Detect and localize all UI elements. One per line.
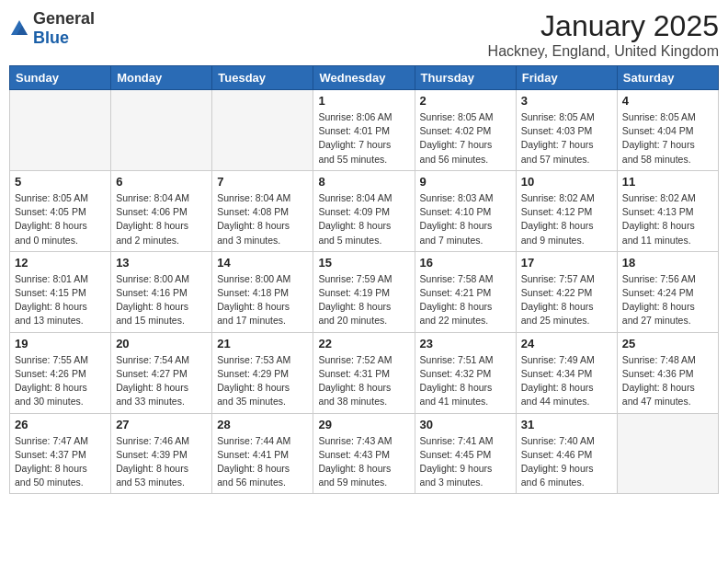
day-detail: Sunrise: 8:01 AM Sunset: 4:15 PM Dayligh…	[15, 272, 106, 328]
cal-cell-31: 31Sunrise: 7:40 AM Sunset: 4:46 PM Dayli…	[516, 413, 617, 494]
cal-cell-6: 6Sunrise: 8:04 AM Sunset: 4:06 PM Daylig…	[111, 170, 212, 251]
day-detail: Sunrise: 7:41 AM Sunset: 4:45 PM Dayligh…	[420, 434, 511, 490]
cal-cell-14: 14Sunrise: 8:00 AM Sunset: 4:18 PM Dayli…	[212, 251, 313, 332]
day-number: 18	[622, 256, 713, 270]
day-detail: Sunrise: 7:43 AM Sunset: 4:43 PM Dayligh…	[318, 434, 409, 490]
day-detail: Sunrise: 8:05 AM Sunset: 4:05 PM Dayligh…	[15, 191, 106, 247]
day-detail: Sunrise: 8:04 AM Sunset: 4:06 PM Dayligh…	[116, 191, 207, 247]
weekday-header-sunday: Sunday	[10, 66, 111, 90]
day-detail: Sunrise: 7:40 AM Sunset: 4:46 PM Dayligh…	[521, 434, 612, 490]
day-detail: Sunrise: 7:49 AM Sunset: 4:34 PM Dayligh…	[521, 353, 612, 409]
day-detail: Sunrise: 8:05 AM Sunset: 4:04 PM Dayligh…	[622, 110, 713, 167]
day-number: 23	[420, 337, 511, 350]
weekday-header-row: SundayMondayTuesdayWednesdayThursdayFrid…	[10, 66, 719, 90]
cal-cell-30: 30Sunrise: 7:41 AM Sunset: 4:45 PM Dayli…	[415, 413, 516, 494]
day-detail: Sunrise: 7:55 AM Sunset: 4:26 PM Dayligh…	[15, 353, 106, 409]
day-number: 9	[420, 175, 511, 189]
weekday-header-friday: Friday	[516, 66, 617, 90]
day-detail: Sunrise: 7:53 AM Sunset: 4:29 PM Dayligh…	[217, 353, 308, 409]
cal-cell-26: 26Sunrise: 7:47 AM Sunset: 4:37 PM Dayli…	[10, 413, 111, 494]
cal-cell-16: 16Sunrise: 7:58 AM Sunset: 4:21 PM Dayli…	[415, 251, 516, 332]
day-number: 20	[116, 337, 207, 350]
day-detail: Sunrise: 7:46 AM Sunset: 4:39 PM Dayligh…	[116, 434, 207, 490]
cal-cell-19: 19Sunrise: 7:55 AM Sunset: 4:26 PM Dayli…	[10, 332, 111, 413]
logo-blue: Blue	[33, 29, 69, 47]
cal-cell-empty-0-0	[10, 90, 111, 171]
day-number: 12	[15, 256, 106, 270]
day-detail: Sunrise: 8:02 AM Sunset: 4:12 PM Dayligh…	[521, 191, 612, 247]
day-number: 19	[15, 337, 106, 350]
day-detail: Sunrise: 8:04 AM Sunset: 4:08 PM Dayligh…	[217, 191, 308, 247]
month-title: January 2025	[488, 9, 719, 43]
weekday-header-thursday: Thursday	[415, 66, 516, 90]
weekday-header-wednesday: Wednesday	[313, 66, 415, 90]
day-number: 22	[318, 337, 409, 350]
cal-cell-4: 4Sunrise: 8:05 AM Sunset: 4:04 PM Daylig…	[617, 90, 718, 171]
cal-cell-12: 12Sunrise: 8:01 AM Sunset: 4:15 PM Dayli…	[10, 251, 111, 332]
day-number: 14	[217, 256, 308, 270]
calendar-table: SundayMondayTuesdayWednesdayThursdayFrid…	[9, 65, 719, 494]
day-number: 17	[521, 256, 612, 270]
day-detail: Sunrise: 8:06 AM Sunset: 4:01 PM Dayligh…	[318, 110, 409, 167]
cal-cell-10: 10Sunrise: 8:02 AM Sunset: 4:12 PM Dayli…	[516, 170, 617, 251]
day-detail: Sunrise: 8:02 AM Sunset: 4:13 PM Dayligh…	[622, 191, 713, 247]
day-detail: Sunrise: 8:04 AM Sunset: 4:09 PM Dayligh…	[318, 191, 409, 247]
cal-cell-empty-0-2	[212, 90, 313, 171]
day-number: 2	[420, 94, 511, 108]
day-detail: Sunrise: 8:03 AM Sunset: 4:10 PM Dayligh…	[420, 191, 511, 247]
day-number: 30	[420, 418, 511, 431]
weekday-header-monday: Monday	[111, 66, 212, 90]
cal-cell-27: 27Sunrise: 7:46 AM Sunset: 4:39 PM Dayli…	[111, 413, 212, 494]
day-detail: Sunrise: 7:51 AM Sunset: 4:32 PM Dayligh…	[420, 353, 511, 409]
logo: General Blue	[9, 9, 95, 48]
day-number: 4	[622, 94, 713, 108]
cal-cell-25: 25Sunrise: 7:48 AM Sunset: 4:36 PM Dayli…	[617, 332, 718, 413]
day-number: 3	[521, 94, 612, 108]
weekday-header-saturday: Saturday	[617, 66, 718, 90]
cal-cell-empty-4-6	[617, 413, 718, 494]
logo-general: General	[33, 9, 95, 28]
cal-cell-15: 15Sunrise: 7:59 AM Sunset: 4:19 PM Dayli…	[313, 251, 415, 332]
day-number: 6	[116, 175, 207, 189]
cal-cell-empty-0-1	[111, 90, 212, 171]
day-number: 29	[318, 418, 409, 431]
cal-cell-13: 13Sunrise: 8:00 AM Sunset: 4:16 PM Dayli…	[111, 251, 212, 332]
weekday-header-tuesday: Tuesday	[212, 66, 313, 90]
cal-cell-24: 24Sunrise: 7:49 AM Sunset: 4:34 PM Dayli…	[516, 332, 617, 413]
day-detail: Sunrise: 8:05 AM Sunset: 4:02 PM Dayligh…	[420, 110, 511, 167]
day-number: 21	[217, 337, 308, 350]
day-detail: Sunrise: 7:56 AM Sunset: 4:24 PM Dayligh…	[622, 272, 713, 328]
week-row-5: 26Sunrise: 7:47 AM Sunset: 4:37 PM Dayli…	[10, 413, 719, 494]
day-number: 7	[217, 175, 308, 189]
day-number: 13	[116, 256, 207, 270]
cal-cell-11: 11Sunrise: 8:02 AM Sunset: 4:13 PM Dayli…	[617, 170, 718, 251]
day-number: 15	[318, 256, 409, 270]
cal-cell-18: 18Sunrise: 7:56 AM Sunset: 4:24 PM Dayli…	[617, 251, 718, 332]
day-number: 8	[318, 175, 409, 189]
day-detail: Sunrise: 8:00 AM Sunset: 4:18 PM Dayligh…	[217, 272, 308, 328]
day-detail: Sunrise: 7:54 AM Sunset: 4:27 PM Dayligh…	[116, 353, 207, 409]
page-header: General Blue January 2025 Hackney, Engla…	[9, 9, 719, 60]
cal-cell-5: 5Sunrise: 8:05 AM Sunset: 4:05 PM Daylig…	[10, 170, 111, 251]
day-detail: Sunrise: 7:47 AM Sunset: 4:37 PM Dayligh…	[15, 434, 106, 490]
cal-cell-3: 3Sunrise: 8:05 AM Sunset: 4:03 PM Daylig…	[516, 90, 617, 171]
cal-cell-22: 22Sunrise: 7:52 AM Sunset: 4:31 PM Dayli…	[313, 332, 415, 413]
cal-cell-21: 21Sunrise: 7:53 AM Sunset: 4:29 PM Dayli…	[212, 332, 313, 413]
day-detail: Sunrise: 8:05 AM Sunset: 4:03 PM Dayligh…	[521, 110, 612, 167]
week-row-4: 19Sunrise: 7:55 AM Sunset: 4:26 PM Dayli…	[10, 332, 719, 413]
week-row-2: 5Sunrise: 8:05 AM Sunset: 4:05 PM Daylig…	[10, 170, 719, 251]
day-detail: Sunrise: 7:44 AM Sunset: 4:41 PM Dayligh…	[217, 434, 308, 490]
day-number: 24	[521, 337, 612, 350]
cal-cell-7: 7Sunrise: 8:04 AM Sunset: 4:08 PM Daylig…	[212, 170, 313, 251]
cal-cell-29: 29Sunrise: 7:43 AM Sunset: 4:43 PM Dayli…	[313, 413, 415, 494]
day-number: 10	[521, 175, 612, 189]
day-number: 16	[420, 256, 511, 270]
day-detail: Sunrise: 8:00 AM Sunset: 4:16 PM Dayligh…	[116, 272, 207, 328]
day-number: 1	[318, 94, 409, 108]
week-row-3: 12Sunrise: 8:01 AM Sunset: 4:15 PM Dayli…	[10, 251, 719, 332]
cal-cell-9: 9Sunrise: 8:03 AM Sunset: 4:10 PM Daylig…	[415, 170, 516, 251]
cal-cell-8: 8Sunrise: 8:04 AM Sunset: 4:09 PM Daylig…	[313, 170, 415, 251]
day-number: 25	[622, 337, 713, 350]
day-detail: Sunrise: 7:58 AM Sunset: 4:21 PM Dayligh…	[420, 272, 511, 328]
day-number: 11	[622, 175, 713, 189]
